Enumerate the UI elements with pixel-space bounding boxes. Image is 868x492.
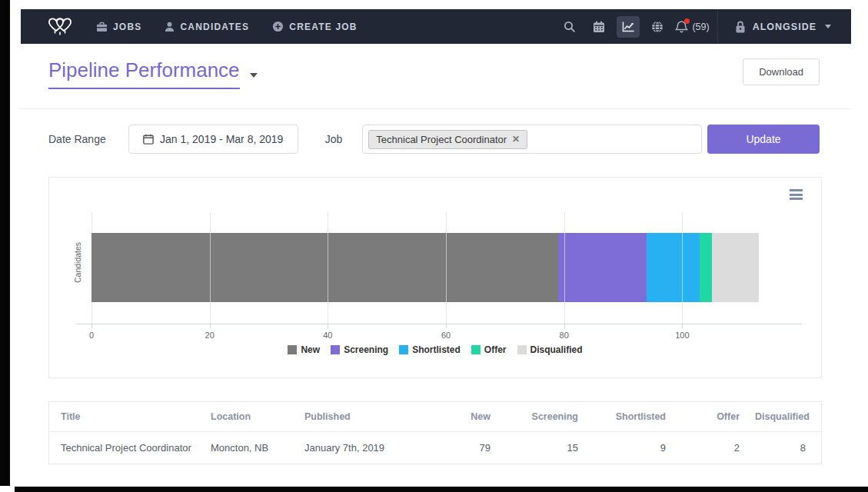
calendar-icon	[143, 134, 154, 145]
date-range-value: Jan 1, 2019 - Mar 8, 2019	[160, 133, 283, 145]
date-range-input[interactable]: Jan 1, 2019 - Mar 8, 2019	[128, 125, 298, 154]
legend-item-new[interactable]: New	[288, 344, 320, 355]
column-header-new: New	[418, 402, 498, 432]
legend-item-disqualified[interactable]: Disqualified	[517, 344, 583, 355]
search-icon	[564, 21, 576, 33]
legend-label: Shortlisted	[412, 344, 461, 355]
legend-swatch-icon	[399, 345, 408, 354]
x-tick-mark	[564, 324, 565, 328]
update-button[interactable]: Update	[707, 125, 820, 154]
nav-label-jobs: JOBS	[113, 22, 141, 32]
account-menu[interactable]: ALONGSIDE	[717, 9, 851, 44]
globe-button[interactable]	[646, 16, 669, 38]
job-chip: Technical Project Coordinator ✕	[368, 130, 527, 149]
nav-label-candidates: CANDIDATES	[180, 22, 249, 32]
remove-job-chip-icon[interactable]: ✕	[512, 135, 520, 144]
hearts-logo-icon	[44, 15, 76, 39]
bar-segment-screening[interactable]	[558, 233, 647, 302]
account-label: ALONGSIDE	[753, 22, 816, 32]
table-cell: Technical Project Coordinator	[49, 432, 203, 464]
calendar-button[interactable]	[587, 16, 610, 38]
search-button[interactable]	[558, 16, 581, 38]
x-tick-label: 100	[667, 331, 697, 340]
chart-context-menu-button[interactable]	[790, 189, 803, 200]
job-label: Job	[325, 133, 343, 145]
gridline-overlay	[564, 233, 565, 302]
stacked-bar[interactable]	[91, 233, 759, 302]
x-axis-line	[76, 324, 802, 324]
legend-label: Offer	[484, 344, 507, 355]
table-cell: 2	[673, 432, 747, 464]
bar-segment-offer[interactable]	[700, 233, 711, 302]
legend-swatch-icon	[517, 345, 527, 354]
table-body: Technical Project CoordinatorMoncton, NB…	[49, 432, 823, 464]
chevron-down-icon	[825, 25, 831, 28]
title-caret-icon	[250, 73, 258, 78]
bar-segment-shortlisted[interactable]	[647, 233, 700, 302]
job-chip-label: Technical Project Coordinator	[376, 134, 507, 145]
legend-swatch-icon	[331, 345, 340, 354]
notification-count: (59)	[692, 22, 709, 32]
legend-item-screening[interactable]: Screening	[331, 344, 388, 355]
table-cell: 9	[586, 432, 673, 464]
x-tick-label: 0	[76, 331, 107, 340]
pipeline-chart-panel: Candidates 020406080100 NewScreeningShor…	[48, 177, 822, 378]
section-divider	[21, 108, 851, 109]
gridline-overlay	[446, 233, 447, 302]
legend-item-shortlisted[interactable]: Shortlisted	[399, 344, 461, 355]
y-axis-label: Candidates	[73, 248, 82, 283]
nav-item-create-job[interactable]: CREATE JOB	[272, 21, 357, 32]
screenshot-frame-left	[0, 0, 10, 486]
chart-plot-area: 020406080100	[91, 212, 800, 324]
gridline-overlay	[682, 233, 683, 302]
legend-item-offer[interactable]: Offer	[471, 344, 507, 355]
app-window: JOBS CANDIDATES CREATE JOB	[0, 0, 868, 492]
x-tick-mark	[328, 324, 328, 328]
notifications-button[interactable]: (59)	[675, 20, 709, 34]
legend-label: New	[301, 344, 320, 355]
hamburger-icon	[790, 189, 803, 191]
page-title: Pipeline Performance	[48, 58, 240, 89]
table-cell: January 7th, 2019	[297, 432, 418, 464]
report-selector[interactable]: Pipeline Performance	[48, 58, 258, 89]
globe-icon	[651, 21, 663, 33]
nav-item-candidates[interactable]: CANDIDATES	[165, 22, 249, 32]
x-tick-mark	[91, 324, 92, 328]
main-menu: JOBS CANDIDATES CREATE JOB	[96, 21, 358, 32]
bar-segment-disqualified[interactable]	[712, 233, 759, 302]
nav-item-jobs[interactable]: JOBS	[96, 22, 141, 32]
top-navbar: JOBS CANDIDATES CREATE JOB	[21, 9, 851, 44]
download-button[interactable]: Download	[743, 58, 820, 85]
gridline-overlay	[210, 233, 211, 302]
date-range-label: Date Range	[48, 133, 106, 145]
x-tick-label: 80	[549, 331, 580, 340]
page-header: Pipeline Performance Download	[48, 58, 820, 89]
column-header-screening: Screening	[498, 402, 586, 432]
table-header-row: TitleLocationPublishedNewScreeningShortl…	[49, 402, 823, 432]
plus-circle-icon	[272, 21, 284, 32]
line-chart-icon	[622, 21, 635, 32]
x-tick-label: 60	[431, 331, 461, 340]
legend-swatch-icon	[471, 345, 481, 354]
briefcase-icon	[96, 22, 108, 32]
chart-legend: NewScreeningShortlistedOfferDisqualified	[49, 344, 821, 355]
reports-button[interactable]	[617, 16, 640, 38]
column-header-offer: Offer	[673, 402, 747, 432]
bar-segment-new[interactable]	[91, 233, 558, 302]
job-select-input[interactable]: Technical Project Coordinator ✕	[362, 125, 702, 154]
x-tick-mark	[682, 324, 683, 328]
notification-dot	[684, 18, 690, 24]
user-icon	[165, 22, 175, 32]
x-tick-mark	[210, 324, 211, 328]
navbar-actions: (59) ALONGSIDE	[555, 9, 851, 44]
filter-bar: Date Range Jan 1, 2019 - Mar 8, 2019 Job…	[48, 125, 820, 154]
alongside-logo[interactable]	[44, 15, 76, 39]
table-row[interactable]: Technical Project CoordinatorMoncton, NB…	[49, 432, 823, 464]
column-header-shortlisted: Shortlisted	[586, 402, 673, 432]
legend-swatch-icon	[288, 345, 297, 354]
table-cell: 15	[498, 432, 586, 464]
table-cell: Moncton, NB	[203, 432, 297, 464]
x-tick-label: 20	[195, 331, 225, 340]
table-cell: 79	[418, 432, 498, 464]
calendar-icon	[593, 21, 605, 33]
